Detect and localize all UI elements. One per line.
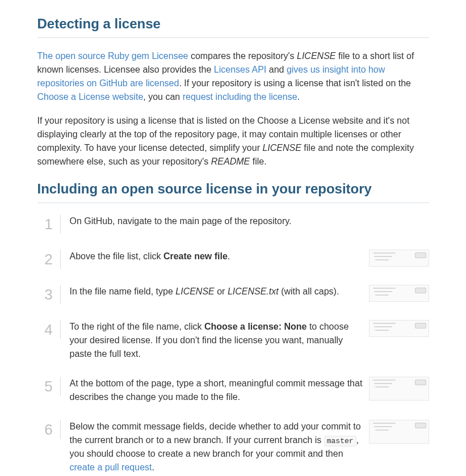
code-inline: master: [324, 436, 356, 446]
step-number-cell: 1: [37, 214, 61, 234]
step-screenshot-placeholder: [369, 285, 429, 302]
heading-including: Including an open source license in your…: [37, 179, 429, 203]
step-text: Below the commit message fields, decide …: [70, 420, 364, 474]
document-container: Detecting a license The open source Ruby…: [3, 0, 463, 476]
step-number: 1: [44, 214, 52, 234]
paragraph-simplify: If your repository is using a license th…: [37, 114, 429, 169]
step-row: 3In the file name field, type LICENSE or…: [37, 285, 429, 304]
step-body: To the right of the file name, click Cho…: [61, 320, 364, 361]
step-text: Above the file list, click Create new fi…: [70, 250, 364, 263]
step-screenshot-placeholder: [369, 420, 429, 444]
step-screenshot-placeholder: [369, 377, 429, 401]
step-number: 3: [44, 285, 52, 304]
step-list: 1On GitHub, navigate to the main page of…: [37, 214, 429, 476]
link-inline[interactable]: create a pull request: [70, 462, 152, 472]
step-screenshot-placeholder: [369, 250, 429, 267]
paragraph-licensee: The open source Ruby gem Licensee compar…: [37, 49, 429, 104]
step-text: To the right of the file name, click Cho…: [70, 320, 364, 361]
link-licensee-gem[interactable]: The open source Ruby gem Licensee: [37, 51, 188, 61]
link-licenses-api[interactable]: Licenses API: [214, 65, 267, 74]
step-body: Below the commit message fields, decide …: [61, 420, 364, 474]
step-row: 4To the right of the file name, click Ch…: [37, 320, 429, 361]
step-number-cell: 4: [37, 320, 61, 339]
step-number: 4: [44, 320, 52, 339]
step-text: On GitHub, navigate to the main page of …: [70, 214, 365, 228]
step-number-cell: 2: [37, 250, 61, 269]
step-row: 2Above the file list, click Create new f…: [37, 250, 429, 269]
step-text: In the file name field, type LICENSE or …: [70, 285, 364, 298]
step-row: 6Below the commit message fields, decide…: [37, 420, 429, 474]
step-row: 1On GitHub, navigate to the main page of…: [37, 214, 429, 234]
step-body: In the file name field, type LICENSE or …: [61, 285, 364, 298]
step-body: At the bottom of the page, type a short,…: [61, 377, 364, 404]
step-body: Above the file list, click Create new fi…: [61, 250, 364, 263]
step-number: 6: [44, 420, 52, 439]
step-number: 2: [44, 250, 52, 269]
step-number: 5: [44, 377, 52, 396]
step-row: 5At the bottom of the page, type a short…: [37, 377, 429, 404]
step-number-cell: 3: [37, 285, 61, 304]
heading-detecting: Detecting a license: [37, 14, 429, 38]
link-request-license[interactable]: request including the license: [183, 92, 297, 102]
step-screenshot-placeholder: [369, 320, 429, 337]
step-number-cell: 5: [37, 377, 61, 396]
link-choose-license[interactable]: Choose a License website: [37, 92, 144, 102]
step-body: On GitHub, navigate to the main page of …: [61, 214, 429, 228]
step-text: At the bottom of the page, type a short,…: [70, 377, 364, 404]
step-number-cell: 6: [37, 420, 61, 439]
